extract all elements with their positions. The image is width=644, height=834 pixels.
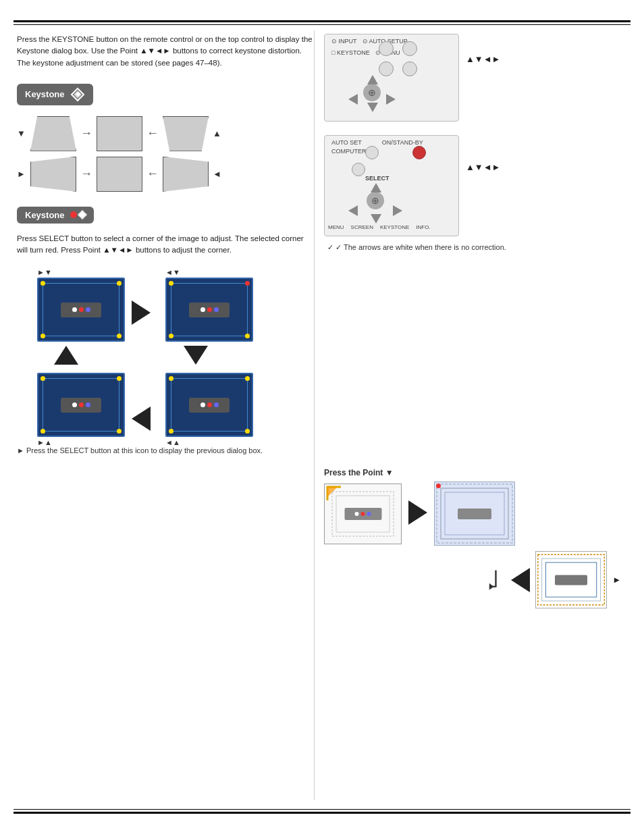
kd-row-horizontal: ► → ← ◄ [17, 157, 314, 192]
proj-dpad: ⊕ [345, 180, 406, 227]
proj-computer-label: COMPUTER [331, 148, 367, 155]
press-final-result [535, 551, 607, 608]
section2-text: Press SELECT button to select a corner o… [17, 233, 314, 257]
bs-center-br [189, 398, 230, 413]
remote-dpad-left [348, 94, 358, 105]
remote-arrow-label: ▲▼◄► [466, 34, 500, 64]
top-border-outer [14, 20, 630, 22]
remote-arrows-sym: ▲▼◄► [466, 54, 500, 64]
bs-arrow-right [132, 301, 151, 327]
bs-dot-bl-tr [169, 334, 173, 338]
bs-dot-br [117, 334, 122, 338]
keystone-pill-1: Keystone ◆ [17, 84, 93, 105]
bs-dot-br-bl [117, 429, 122, 434]
press-corner-arrow [486, 567, 506, 594]
kd-between-arrow-2: ← [146, 126, 159, 140]
bs-label-tr: ◄▼ [165, 268, 253, 276]
blue-screen-br-wrapper: ◄▲ [165, 373, 253, 446]
bs-dot-bl-br [169, 429, 173, 434]
press-point-label: Press the Point ▼ [324, 468, 621, 477]
proj-dpad-up [371, 183, 381, 192]
proj-bottom-labels: MENUSCREENKEYSTONEINFO. [328, 224, 431, 230]
blue-screen-tr [165, 278, 253, 342]
bs-dot-white-bl [72, 402, 77, 407]
check-note: ✓ ✓ The arrows are white when there is n… [327, 243, 621, 252]
bs-dot-br-tr [245, 334, 250, 338]
bs-dot-red-bl [79, 402, 84, 407]
bs-dot-bl [41, 334, 45, 338]
remote-btn-2 [402, 41, 417, 56]
blue-screens-layout: ►▼ ◄▼ [17, 268, 260, 437]
blue-screen-tl [37, 278, 125, 342]
bs-dot-br-selected [245, 429, 250, 434]
press-right-label: ► [612, 575, 621, 585]
bs-arrow-up-left [54, 346, 78, 367]
blue-screen-bl-wrapper: ►▲ [37, 373, 125, 446]
blue-screens-section: ►▼ ◄▼ [17, 268, 314, 437]
press-dot-b [367, 512, 371, 516]
proj-dpad-down [371, 214, 381, 224]
bs-dot-red-br [207, 402, 212, 407]
press-dot-w [355, 512, 359, 516]
bs-label-tl: ►▼ [37, 268, 125, 276]
bs-dot-red-tr [207, 307, 212, 312]
bs-center-tl [61, 303, 101, 317]
bs-dot-tr-selected [245, 281, 250, 286]
remote-btn-4 [402, 61, 417, 76]
kd-arrow-up: ▲ [213, 128, 222, 138]
kd-row-vertical: ▼ → ← ▲ [17, 116, 314, 151]
bs-arrow-left [132, 407, 151, 433]
bs-center-bl [61, 398, 101, 413]
kd-between-arrow-4: ← [146, 167, 159, 181]
kd-between-arrow-3: → [80, 167, 92, 181]
blue-screen-bl [37, 373, 125, 437]
bs-dot-tr-br [245, 376, 250, 381]
proj-btn-autoset [365, 146, 379, 159]
bs-dot-blue-tr [214, 307, 219, 312]
proj-dpad-left [348, 205, 358, 216]
kd-arrow-down: ▼ [17, 128, 26, 138]
kd-arrow-right: ► [17, 169, 26, 179]
intro-text-1: Press the KEYSTONE button on the remote … [17, 34, 314, 69]
remote-schematic: ⊙ INPUT ⊙ AUTO SETUP □ KEYSTONE ⊙ MENU ⊕ [324, 34, 459, 122]
keystone-diamond-icon: ◆ [70, 87, 85, 102]
blue-screen-tl-wrapper: ►▼ [37, 268, 125, 342]
keystone-diagrams: ▼ → ← ▲ ► → ← ◄ [17, 116, 314, 192]
remote-btn-1 [379, 41, 394, 56]
proj-btn-standby [412, 146, 426, 159]
footnote: ► Press the SELECT button at this icon t… [17, 446, 314, 454]
remote-section: ⊙ INPUT ⊙ AUTO SETUP □ KEYSTONE ⊙ MENU ⊕ [324, 34, 621, 122]
checkmark-icon: ✓ [327, 243, 333, 251]
projector-schematic: AUTO SET ON/STAND-BY COMPUTER SELECT ⊕ M… [324, 135, 459, 236]
blue-screen-br [165, 373, 253, 437]
bs-dot-blue-bl [86, 402, 90, 407]
bs-label-br: ◄▲ [165, 438, 253, 446]
remote-dpad-center: ⊕ [363, 84, 381, 101]
proj-arrow-label: ▲▼◄► [466, 128, 500, 172]
kd-between-arrow-1: → [80, 126, 92, 140]
press-dot-r [361, 512, 365, 516]
kd-arrow-left: ◄ [213, 169, 222, 179]
bs-dot-white-tr [200, 307, 205, 312]
bs-dot-tr [117, 281, 122, 286]
bs-arrow-down-right [184, 346, 208, 367]
keystone-label-2: Keystone [25, 210, 65, 220]
bs-dot-blue-br [214, 402, 219, 407]
svg-marker-9 [489, 583, 494, 590]
keystone-label-1: Keystone [25, 89, 65, 99]
right-column: ⊙ INPUT ⊙ AUTO SETUP □ KEYSTONE ⊙ MENU ⊕ [324, 34, 621, 608]
keystone-pill-2: Keystone [17, 207, 94, 224]
keystone-dots-icon [70, 211, 86, 218]
press-final-center [555, 575, 587, 585]
bs-dot-blue [86, 307, 90, 312]
top-border-inner [14, 24, 630, 25]
projector-section: AUTO SET ON/STAND-BY COMPUTER SELECT ⊕ M… [324, 128, 621, 236]
press-result-1 [434, 481, 515, 546]
remote-dpad-down [367, 103, 378, 112]
press-result-center [458, 509, 491, 519]
bs-dot-tr-bl [117, 376, 122, 381]
bottom-border-outer [14, 812, 630, 814]
remote-dpad-right [386, 94, 396, 105]
column-divider [314, 30, 315, 800]
bottom-border-inner [14, 809, 630, 810]
